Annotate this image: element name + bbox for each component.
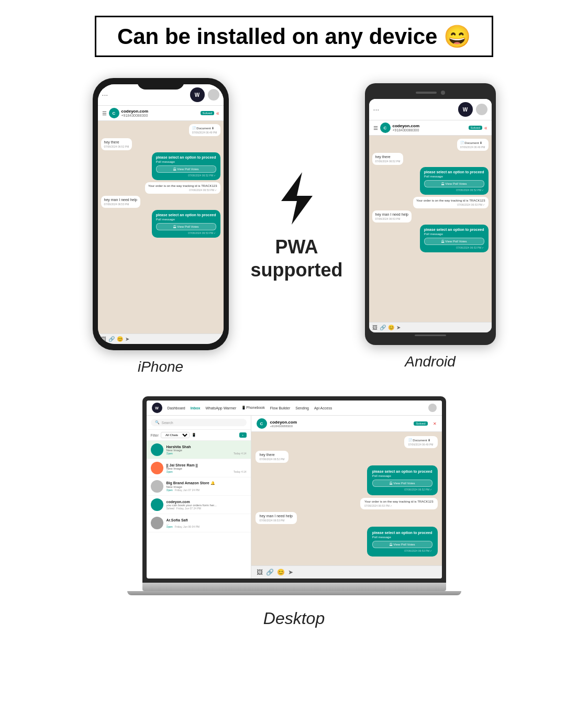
search-box[interactable]: 🔍 Search	[151, 419, 247, 426]
android-contact-icon: C	[380, 123, 391, 133]
android-label: Android	[405, 353, 456, 370]
nav-api-access[interactable]: Api Access	[314, 406, 332, 410]
android-app-header: ··· W	[369, 99, 492, 120]
title-box: Can be installed on any device 😄	[95, 16, 493, 57]
android-camera	[441, 91, 445, 95]
filter-label: Filter	[151, 433, 159, 437]
iphone-notch	[137, 78, 184, 90]
android-solved-badge: Solved	[469, 126, 482, 130]
list-item-4[interactable]: codeyon.com you can book your orders for…	[147, 496, 251, 514]
msg-poll-2: please select an option to proceed Poll …	[152, 210, 220, 238]
desktop-msg-doc: 📄 Document ⬇ 07/06/2024 06:49 PM	[404, 436, 438, 448]
chat-status-4: Solved	[167, 507, 174, 510]
android-contact-phone: +918430088300	[393, 128, 467, 132]
iphone-label: iPhone	[138, 359, 183, 375]
android-msg-received-2: hey man I need help 07/06/2024 06:53 PM	[372, 210, 412, 222]
iphone-mockup: ··· W ☰ C codeyon.com +918430088300 Solv…	[93, 78, 229, 350]
avatar-2	[151, 462, 163, 474]
android-chat-subheader: ☰ C codeyon.com +918430088300 Solved «	[369, 120, 492, 136]
contact-info: codeyon.com +918430088300	[121, 109, 198, 117]
desktop-input-bar: 🖼 🔗 😊 ➤	[251, 565, 442, 578]
menu-icon: ☰	[102, 110, 107, 116]
android-msg-poll-2: please select an option to proceed Poll …	[420, 225, 489, 252]
android-mockup: ··· W ☰ C codeyon.com +918430088300 Solv…	[365, 83, 496, 345]
android-section: ··· W ☰ C codeyon.com +918430088300 Solv…	[365, 83, 496, 370]
desktop-link-icon: 🔗	[266, 569, 274, 576]
android-user-avatar	[476, 104, 487, 115]
chat-name-5: Ar.Sofia Safi	[167, 518, 247, 522]
chat-time-1: Today 4:14	[234, 452, 246, 455]
double-arrow-icon: «	[216, 110, 219, 116]
link-icon: 🔗	[108, 336, 115, 342]
list-item-1[interactable]: Harshita Shah New Image Open Today 4:14	[147, 441, 251, 459]
contact-phone: +918430088300	[121, 114, 198, 117]
list-item-2[interactable]: || Jai Shree Ram || New Image Open Today…	[147, 459, 251, 477]
iphone-screen: ··· W ☰ C codeyon.com +918430088300 Solv…	[98, 84, 224, 344]
nav-whatsapp-warmer[interactable]: WhatsApp Warmer	[205, 406, 236, 410]
desktop-nav: W Dashboard Inbox WhatsApp Warmer 📱Phone…	[147, 400, 442, 416]
android-send-icon: ➤	[396, 325, 401, 330]
laptop-screen-wrapper: W Dashboard Inbox WhatsApp Warmer 📱Phone…	[142, 396, 446, 583]
list-item-3[interactable]: Big Brand Amazon Store 🔔 New Image Open …	[147, 477, 251, 496]
desktop-section: W Dashboard Inbox WhatsApp Warmer 📱Phone…	[10, 396, 578, 628]
android-home-indicator	[415, 335, 446, 336]
msg-doc: 📄 Document ⬇ 07/06/2024 06:49 PM	[189, 124, 220, 136]
desktop-sidebar: 🔍 Search Filter All Chats 📱 +	[147, 416, 251, 578]
chat-name-3: Big Brand Amazon Store 🔔	[167, 481, 247, 485]
desktop-user-avatar	[428, 404, 437, 412]
list-item-5[interactable]: Ar.Sofia Safi ... Open Friday, Jun 06 04…	[147, 514, 251, 532]
desktop-send-icon: ➤	[288, 569, 293, 576]
android-msg-sent-1: Your order is on the way tracking id is …	[413, 197, 488, 208]
all-chats-select[interactable]: All Chats	[161, 432, 190, 438]
android-smile-icon: 😊	[388, 325, 394, 330]
wa-filter-icon: 📱	[192, 433, 196, 437]
search-icon: 🔍	[155, 420, 160, 425]
iphone-user-avatar	[208, 89, 219, 101]
desktop-attach-icon: 🖼	[257, 569, 263, 576]
android-speaker	[416, 92, 437, 94]
chat-name-1: Harshita Shah	[167, 445, 247, 449]
android-contact-name: codeyon.com	[393, 124, 467, 128]
android-link-icon: 🔗	[380, 325, 386, 330]
android-msg-doc: 📄 Document ⬇ 07/06/2024 06:49 PM	[457, 139, 489, 151]
nav-phonebook[interactable]: 📱Phonebook	[241, 406, 264, 410]
new-chat-button[interactable]: +	[239, 432, 247, 438]
chat-content-3: Big Brand Amazon Store 🔔 New Image Open …	[167, 481, 247, 492]
svg-marker-0	[281, 172, 313, 225]
iphone-chat-subheader: ☰ C codeyon.com +918430088300 Solved «	[98, 106, 224, 121]
desktop-double-arrow: ✕	[433, 421, 437, 426]
avatar-5	[151, 517, 163, 529]
desktop-contact-icon: C	[257, 418, 267, 429]
pwa-section: PWA supported	[245, 172, 349, 281]
desktop-contact-phone: +918430088300	[270, 425, 297, 428]
msg-received-2: hey man I need help 07/06/2024 06:53 PM	[101, 196, 140, 208]
android-contact-info: codeyon.com +918430088300	[393, 124, 467, 132]
pwa-text: PWA supported	[251, 236, 343, 281]
android-input-bar: 🖼 🔗 😊 ➤	[369, 322, 492, 332]
chat-time-3: Friday, Jun 07 24 PM	[175, 488, 199, 492]
contact-name: codeyon.com	[121, 109, 198, 114]
chat-content-1: Harshita Shah New Image Open Today 4:14	[167, 445, 247, 455]
android-home-bar	[369, 335, 492, 336]
chat-name-4: codeyon.com	[167, 500, 247, 504]
smile-icon: 😊	[117, 336, 123, 342]
nav-sending[interactable]: Sending	[295, 406, 309, 410]
iphone-chat-logo: W	[190, 87, 205, 102]
chat-content-4: codeyon.com you can book your orders for…	[167, 500, 247, 510]
nav-dashboard[interactable]: Dashboard	[168, 406, 185, 410]
desktop-messages: 📄 Document ⬇ 07/06/2024 06:49 PM hey the…	[251, 432, 442, 565]
desktop-main: 🔍 Search Filter All Chats 📱 +	[147, 416, 442, 578]
android-msg-received-1: hey there 07/06/2024 06:52 PM	[372, 153, 404, 165]
attach-icon: 🖼	[101, 336, 106, 342]
page-title: Can be installed on any device 😄	[117, 24, 471, 49]
chat-time-4: Friday, Jun 07 24 PM	[176, 507, 201, 510]
iphone-input-bar: 🖼 🔗 😊 ➤	[98, 333, 224, 344]
chat-content-2: || Jai Shree Ram || New Image Open Today…	[167, 463, 247, 473]
chat-status-5: Open	[167, 525, 173, 528]
chat-name-2: || Jai Shree Ram ||	[167, 463, 247, 467]
desktop-smile-icon: 😊	[277, 569, 285, 576]
chat-status-3: Open	[167, 488, 173, 492]
nav-flow-builder[interactable]: Flow Builder	[270, 406, 291, 410]
top-row: ··· W ☰ C codeyon.com +918430088300 Solv…	[10, 78, 578, 375]
nav-inbox[interactable]: Inbox	[191, 406, 201, 410]
